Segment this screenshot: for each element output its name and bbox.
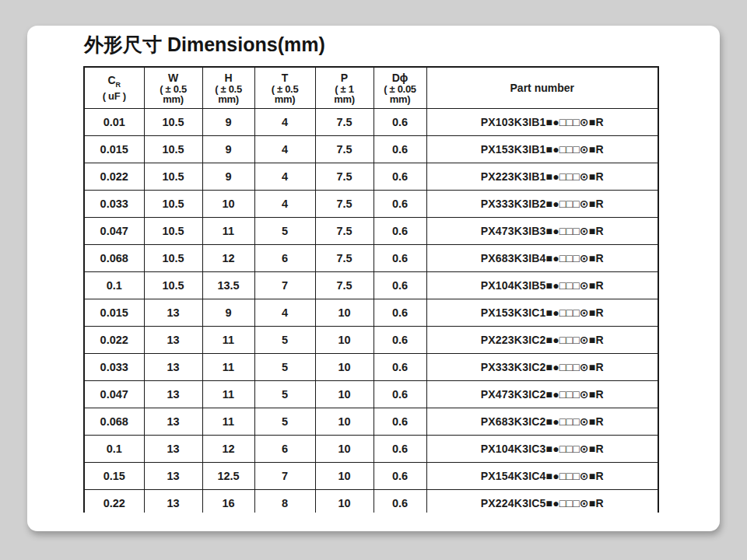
cell-d: 0.6	[374, 408, 426, 436]
cell-t: 5	[254, 354, 315, 381]
cell-t: 4	[254, 163, 315, 191]
cell-d: 0.6	[374, 136, 426, 163]
cell-p: 7.5	[315, 191, 374, 218]
column-header-label: T	[255, 72, 315, 84]
cell-w: 10.5	[144, 136, 202, 163]
cell-cr: 0.1	[84, 272, 144, 299]
cell-cr: 0.22	[84, 490, 144, 513]
table-row: 0.151312.57100.6PX154K3IC4■●□□□⊙■R	[84, 463, 658, 490]
page-background: { "page": { "title": "外形尺寸 Dimensions(mm…	[0, 0, 747, 560]
cell-w: 13	[144, 490, 202, 513]
column-header-tolerance: mm)	[316, 94, 374, 104]
column-header-label: Dϕ	[374, 72, 426, 84]
cell-part: PX683K3IC2■●□□□⊙■R	[426, 408, 658, 436]
cell-cr: 0.047	[84, 381, 144, 408]
table-row: 0.01510.5947.50.6PX153K3IB1■●□□□⊙■R	[84, 136, 658, 163]
column-header-tolerance: mm)	[203, 94, 254, 104]
cell-d: 0.6	[374, 245, 426, 272]
cell-d: 0.6	[374, 381, 426, 408]
table-body: 0.0110.5947.50.6PX103K3IB1■●□□□⊙■R0.0151…	[84, 109, 658, 513]
column-header-tolerance: ( uF )	[85, 91, 144, 101]
cell-p: 7.5	[315, 272, 374, 299]
table-row: 0.113126100.6PX104K3IC3■●□□□⊙■R	[84, 436, 658, 463]
table-row: 0.04710.51157.50.6PX473K3IB3■●□□□⊙■R	[84, 218, 658, 245]
column-header-tolerance: mm)	[374, 94, 426, 104]
cell-t: 4	[254, 191, 315, 218]
cell-w: 13	[144, 354, 202, 381]
cell-d: 0.6	[374, 299, 426, 327]
table-row: 0.110.513.577.50.6PX104K3IB5■●□□□⊙■R	[84, 272, 658, 299]
column-header-cr: CR( uF )	[84, 67, 144, 109]
cell-w: 10.5	[144, 272, 202, 299]
cell-h: 12.5	[202, 463, 254, 490]
table-row: 0.02213115100.6PX223K3IC2■●□□□⊙■R	[84, 327, 658, 354]
cell-h: 16	[202, 490, 254, 513]
cell-part: PX683K3IB4■●□□□⊙■R	[426, 245, 658, 272]
cell-d: 0.6	[374, 463, 426, 490]
cell-cr: 0.15	[84, 463, 144, 490]
cell-p: 10	[315, 436, 374, 463]
dimensions-table-container: CR( uF )W( ± 0.5mm)H( ± 0.5mm)T( ± 0.5mm…	[83, 66, 662, 513]
cell-p: 7.5	[315, 109, 374, 136]
column-header-label: W	[145, 72, 202, 84]
cell-cr: 0.068	[84, 408, 144, 436]
cell-h: 9	[202, 109, 254, 136]
column-header-label: P	[316, 72, 374, 84]
cell-p: 10	[315, 299, 374, 327]
column-header-tolerance: mm)	[145, 94, 202, 104]
table-row: 0.04713115100.6PX473K3IC2■●□□□⊙■R	[84, 381, 658, 408]
cell-h: 11	[202, 218, 254, 245]
cell-p: 10	[315, 327, 374, 354]
cell-part: PX333K3IB2■●□□□⊙■R	[426, 191, 658, 218]
cell-d: 0.6	[374, 436, 426, 463]
cell-t: 5	[254, 408, 315, 436]
column-header-part: Part number	[426, 67, 658, 109]
cell-part: PX153K3IC1■●□□□⊙■R	[426, 299, 658, 327]
column-header-tolerance: ( ± 0.5	[203, 84, 254, 94]
cell-d: 0.6	[374, 272, 426, 299]
cell-h: 11	[202, 408, 254, 436]
table-row: 0.2213168100.6PX224K3IC5■●□□□⊙■R	[84, 490, 658, 513]
cell-p: 7.5	[315, 136, 374, 163]
cell-t: 8	[254, 490, 315, 513]
cell-p: 7.5	[315, 218, 374, 245]
cell-part: PX473K3IC2■●□□□⊙■R	[426, 381, 658, 408]
table-row: 0.03313115100.6PX333K3IC2■●□□□⊙■R	[84, 354, 658, 381]
cell-t: 6	[254, 245, 315, 272]
column-header-subscript: R	[116, 81, 121, 89]
cell-t: 7	[254, 463, 315, 490]
cell-h: 10	[202, 191, 254, 218]
cell-w: 13	[144, 436, 202, 463]
table-row: 0.02210.5947.50.6PX223K3IB1■●□□□⊙■R	[84, 163, 658, 191]
cell-part: PX333K3IC2■●□□□⊙■R	[426, 354, 658, 381]
cell-part: PX153K3IB1■●□□□⊙■R	[426, 136, 658, 163]
table-head: CR( uF )W( ± 0.5mm)H( ± 0.5mm)T( ± 0.5mm…	[84, 67, 658, 109]
cell-cr: 0.022	[84, 327, 144, 354]
column-header-tolerance: ( ± 0.5	[145, 84, 202, 94]
column-header-w: W( ± 0.5mm)	[144, 67, 202, 109]
cell-t: 4	[254, 136, 315, 163]
cell-part: PX154K3IC4■●□□□⊙■R	[426, 463, 658, 490]
cell-h: 13.5	[202, 272, 254, 299]
cell-part: PX224K3IC5■●□□□⊙■R	[426, 490, 658, 513]
cell-d: 0.6	[374, 490, 426, 513]
table-header-row: CR( uF )W( ± 0.5mm)H( ± 0.5mm)T( ± 0.5mm…	[84, 67, 658, 109]
cell-part: PX104K3IB5■●□□□⊙■R	[426, 272, 658, 299]
cell-t: 5	[254, 327, 315, 354]
cell-p: 7.5	[315, 245, 374, 272]
table-row: 0.06813115100.6PX683K3IC2■●□□□⊙■R	[84, 408, 658, 436]
cell-part: PX223K3IC2■●□□□⊙■R	[426, 327, 658, 354]
cell-cr: 0.047	[84, 218, 144, 245]
column-header-tolerance: ( ± 0.5	[255, 84, 315, 94]
cell-p: 10	[315, 408, 374, 436]
cell-t: 4	[254, 299, 315, 327]
cell-cr: 0.022	[84, 163, 144, 191]
table-row: 0.0110.5947.50.6PX103K3IB1■●□□□⊙■R	[84, 109, 658, 136]
table-row: 0.03310.51047.50.6PX333K3IB2■●□□□⊙■R	[84, 191, 658, 218]
dimensions-table: CR( uF )W( ± 0.5mm)H( ± 0.5mm)T( ± 0.5mm…	[83, 66, 659, 513]
cell-w: 10.5	[144, 109, 202, 136]
cell-cr: 0.015	[84, 299, 144, 327]
cell-d: 0.6	[374, 218, 426, 245]
cell-w: 10.5	[144, 191, 202, 218]
cell-d: 0.6	[374, 109, 426, 136]
